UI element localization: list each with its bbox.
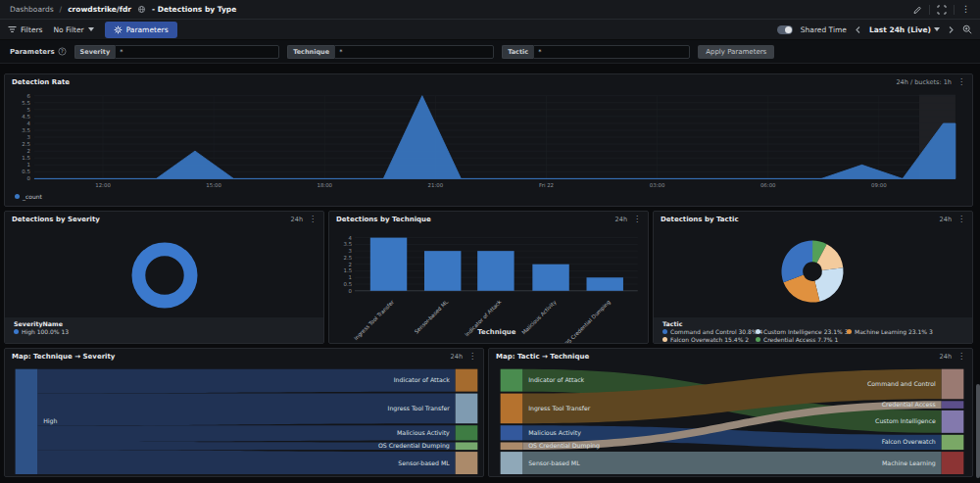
- svg-text:03:00: 03:00: [650, 182, 665, 188]
- legend-title: Tactic: [662, 320, 963, 327]
- panel-detection-rate: Detection Rate 24h / buckets: 1h ⋮ 65.55…: [4, 73, 973, 207]
- severity-field-label: Severity: [74, 45, 116, 59]
- filters-label: Filters: [21, 25, 42, 34]
- shared-time-toggle[interactable]: [777, 25, 793, 34]
- panel-range-label: 24h: [940, 216, 952, 223]
- legend-item[interactable]: High 100.0% 13: [14, 328, 315, 335]
- kebab-menu-icon[interactable]: ⋮: [468, 352, 476, 361]
- help-icon[interactable]: ?: [58, 47, 67, 56]
- legend-item[interactable]: Custom Intelligence 23.1% 3: [756, 328, 847, 335]
- panel-detections-by-tactic: Detections by Tactic 24h ⋮ Tactic Comman…: [653, 211, 973, 344]
- svg-text:OS Credential Dumping: OS Credential Dumping: [564, 299, 612, 343]
- panel-title: Map: Tactic → Technique: [496, 353, 934, 361]
- svg-text:Malicious Activity: Malicious Activity: [397, 429, 450, 437]
- legend-item[interactable]: Falcon Overwatch 15.4% 2: [662, 336, 756, 343]
- svg-text:Command and Control: Command and Control: [867, 380, 936, 387]
- chevron-left-icon: [855, 25, 861, 34]
- scrollbar-thumb[interactable]: [976, 384, 980, 478]
- shared-time-label: Shared Time: [801, 25, 847, 34]
- topbar-actions: ⋮: [912, 5, 970, 15]
- zoom-search-icon[interactable]: [962, 24, 972, 34]
- technique-field-label: Technique: [287, 45, 334, 59]
- legend-swatch-icon: [662, 329, 667, 334]
- svg-text:12:00: 12:00: [95, 182, 111, 188]
- severity-input[interactable]: [115, 45, 279, 59]
- panel-range-label: 24h: [615, 216, 627, 223]
- app-root: Dashboards / crowdstrike/fdr - Detection…: [0, 0, 980, 483]
- globe-icon: [137, 5, 146, 14]
- fullscreen-icon[interactable]: [937, 5, 947, 15]
- svg-text:Sensor-based ML: Sensor-based ML: [398, 459, 450, 466]
- svg-text:Custom Intelligence: Custom Intelligence: [875, 417, 936, 425]
- no-filter-dropdown[interactable]: No Filter: [53, 25, 93, 34]
- svg-text:5: 5: [27, 107, 30, 113]
- detection-rate-chart: 65.554.543.532.521.510.5012:0015:0018:00…: [5, 74, 972, 206]
- svg-text:06:00: 06:00: [760, 182, 776, 188]
- time-back-button[interactable]: [855, 25, 861, 34]
- kebab-menu-icon[interactable]: ⋮: [957, 215, 965, 223]
- svg-text:2.5: 2.5: [343, 255, 352, 261]
- tactic-legend: Tactic Command and Control 30.8% 4Custom…: [654, 317, 972, 343]
- legend-swatch-icon: [756, 329, 760, 334]
- kebab-menu-icon[interactable]: ⋮: [957, 352, 965, 361]
- panel-map-tactic-technique: Map: Tactic → Technique 24h ⋮ Indicator …: [488, 348, 973, 477]
- tactic-input[interactable]: [533, 45, 690, 59]
- legend-swatch-icon: [14, 329, 19, 334]
- svg-text:Malicious Activity: Malicious Activity: [528, 429, 581, 437]
- svg-text:Sensor-based ML: Sensor-based ML: [414, 299, 450, 335]
- legend-item[interactable]: Command and Control 30.8% 4: [662, 328, 756, 335]
- technique-field-group: Technique: [287, 45, 494, 59]
- legend-swatch-icon: [662, 337, 667, 342]
- breadcrumb: Dashboards / crowdstrike/fdr - Detection…: [10, 5, 236, 14]
- gear-icon: [114, 25, 122, 34]
- svg-text:Sensor-based ML: Sensor-based ML: [528, 459, 580, 466]
- parameters-button[interactable]: Parameters: [105, 22, 177, 38]
- svg-text:2: 2: [27, 148, 30, 154]
- panel-title: Detections by Technique: [336, 216, 610, 223]
- time-forward-button[interactable]: [948, 25, 955, 34]
- svg-text:Indicator of Attack: Indicator of Attack: [394, 376, 450, 383]
- legend-title: SeverityName: [14, 320, 315, 327]
- panel-detections-by-severity: Detections by Severity 24h ⋮ SeverityNam…: [4, 211, 324, 344]
- svg-text:4.5: 4.5: [22, 114, 30, 120]
- legend-label: _count: [23, 193, 42, 200]
- dashboard-grid: Detection Rate 24h / buckets: 1h ⋮ 65.55…: [0, 65, 980, 483]
- svg-text:Falcon Overwatch: Falcon Overwatch: [882, 438, 936, 445]
- panel-title: Detections by Severity: [12, 216, 285, 223]
- kebab-menu-icon[interactable]: ⋮: [633, 215, 641, 223]
- svg-text:Technique: Technique: [477, 328, 515, 336]
- severity-legend: SeverityName High 100.0% 13: [5, 317, 323, 343]
- filters-button[interactable]: Filters: [8, 25, 42, 34]
- legend-item[interactable]: Credential Access 7.7% 1: [756, 336, 847, 343]
- svg-text:18:00: 18:00: [317, 182, 332, 188]
- toolbar: Filters No Filter Parameters Shared Time: [0, 20, 980, 40]
- kebab-menu-icon[interactable]: ⋮: [309, 215, 317, 223]
- svg-text:Indicator of Attack: Indicator of Attack: [528, 376, 584, 383]
- panel-range-label: 24h / buckets: 1h: [896, 78, 952, 86]
- parameters-bar-label: Parameters ?: [10, 47, 67, 56]
- svg-text:Machine Learning: Machine Learning: [882, 459, 936, 467]
- svg-text:15:00: 15:00: [206, 182, 221, 188]
- edit-pencil-icon[interactable]: [912, 5, 922, 15]
- kebab-menu-icon[interactable]: ⋮: [957, 77, 965, 86]
- breadcrumb-dashboards[interactable]: Dashboards: [10, 5, 54, 14]
- svg-text:2.5: 2.5: [22, 141, 30, 147]
- svg-text:Malicious Activity: Malicious Activity: [520, 299, 559, 337]
- legend-item[interactable]: _count: [15, 193, 42, 200]
- time-range-label: Last 24h (Live): [869, 25, 931, 34]
- panel-range-label: 24h: [451, 353, 463, 361]
- kebab-menu-icon[interactable]: ⋮: [961, 5, 970, 14]
- technique-input[interactable]: [334, 45, 494, 59]
- time-range-dropdown[interactable]: Last 24h (Live): [869, 25, 940, 34]
- svg-text:Fri 22: Fri 22: [539, 182, 554, 188]
- package-name: crowdstrike/fdr: [68, 5, 131, 14]
- svg-text:1.5: 1.5: [22, 155, 30, 161]
- legend-item[interactable]: Machine Learning 23.1% 3: [847, 328, 963, 335]
- svg-text:2: 2: [349, 262, 352, 267]
- svg-text:Ingress Tool Transfer: Ingress Tool Transfer: [388, 405, 451, 412]
- chevron-down-icon: [934, 27, 940, 31]
- technique-bar-chart: 43.532.521.510.50Ingress Tool TransferSe…: [329, 212, 648, 343]
- svg-text:OS Credential Dumping: OS Credential Dumping: [378, 442, 450, 450]
- legend-swatch-icon: [847, 329, 852, 334]
- apply-parameters-button[interactable]: Apply Parameters: [698, 45, 774, 59]
